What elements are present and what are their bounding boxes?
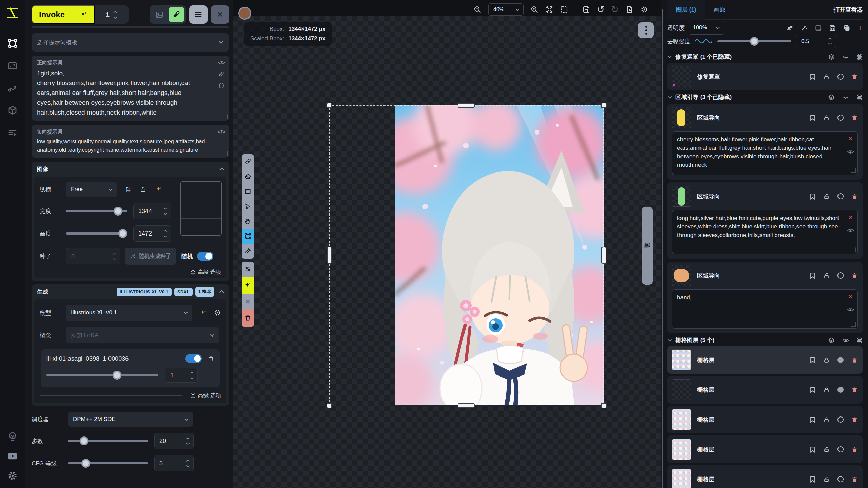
delete-layer-icon[interactable] — [851, 357, 858, 363]
bbox-handle-nw[interactable] — [327, 103, 332, 108]
shapes-icon[interactable] — [786, 24, 793, 32]
swap-dimensions-icon[interactable]: ⇅ — [125, 185, 131, 194]
resize-grip[interactable] — [851, 322, 856, 327]
duplicate-icon[interactable] — [843, 24, 850, 32]
regional-prompt-textarea[interactable]: hand, ✕</> — [672, 289, 858, 329]
bbox-handle-sw[interactable] — [327, 403, 332, 408]
random-seed-toggle[interactable] — [197, 252, 213, 261]
cfg-slider-thumb[interactable] — [81, 459, 90, 468]
denoise-slider[interactable] — [717, 40, 791, 42]
remove-prompt-icon[interactable]: ✕ — [848, 213, 853, 222]
bbox-handle-w[interactable] — [327, 247, 332, 264]
bookmark-icon[interactable] — [810, 272, 815, 279]
merge-visible-icon[interactable] — [856, 337, 863, 344]
chevron-up-icon[interactable] — [219, 167, 224, 171]
delete-layer-icon[interactable] — [851, 416, 858, 423]
link-icon[interactable] — [218, 71, 224, 77]
width-slider[interactable] — [66, 210, 127, 212]
visibility-dot-icon[interactable] — [837, 387, 844, 393]
brush-mode-icon[interactable] — [169, 7, 184, 22]
visibility-ring-icon[interactable] — [837, 74, 844, 80]
fit-view-icon[interactable] — [545, 5, 553, 14]
canvas-workspace[interactable]: 40% ↺ ↻ — [233, 0, 661, 488]
rail-queue-icon[interactable] — [5, 125, 20, 140]
delete-layer-icon[interactable] — [851, 74, 858, 80]
fit-bbox-icon[interactable] — [560, 5, 568, 14]
bookmark-icon[interactable] — [810, 446, 815, 453]
layers-stack-icon[interactable] — [828, 54, 835, 60]
remove-prompt-icon[interactable]: ✕ — [848, 292, 853, 301]
regional-prompt-textarea[interactable]: cherry blossoms,hair flower,pink flower,… — [672, 131, 858, 175]
eyedropper-tool-icon[interactable] — [242, 244, 254, 259]
bookmark-icon[interactable] — [810, 416, 815, 423]
canvas-settings-gear-icon[interactable] — [640, 6, 648, 13]
delete-layer-icon[interactable] — [851, 115, 858, 121]
bbox-handle-n[interactable] — [458, 103, 475, 108]
queue-count-stepper[interactable]: 1 — [95, 5, 129, 24]
new-layer-from-image-icon[interactable] — [626, 5, 634, 14]
randomize-seed-button[interactable]: 随机生成种子 — [125, 248, 176, 265]
steps-slider-thumb[interactable] — [80, 436, 88, 445]
delete-layer-icon[interactable] — [851, 446, 858, 453]
invoke-region-sparkle-icon[interactable] — [242, 277, 254, 294]
layer-row-inpaint[interactable]: 修复遮罩 — [667, 63, 863, 90]
positive-prompt-input[interactable]: 1girl,solo, cherry blossoms,hair flower,… — [37, 68, 196, 117]
undo-icon[interactable]: ↺ — [597, 5, 605, 14]
scheduler-select[interactable]: DPM++ 2M SDE — [68, 412, 193, 427]
expand-advanced-icon[interactable] — [191, 270, 195, 275]
visibility-ring-icon[interactable] — [837, 446, 844, 452]
visibility-dot-icon[interactable] — [837, 357, 844, 363]
denoise-stepper[interactable] — [824, 35, 836, 48]
gallery-panel-handle[interactable] — [642, 207, 653, 285]
generation-bbox[interactable] — [329, 105, 604, 405]
code-icon[interactable]: </> — [218, 129, 225, 135]
zoom-in-icon[interactable] — [530, 5, 538, 14]
regional-group-header[interactable]: 区域引导 (3 个已隐藏) — [667, 93, 863, 101]
lock-icon[interactable] — [823, 387, 830, 393]
layer-row-raster[interactable]: 栅格层 — [667, 465, 863, 488]
bbox-handle-se[interactable] — [601, 403, 607, 408]
rail-canvas-icon[interactable] — [5, 36, 20, 51]
zoom-out-icon[interactable] — [473, 5, 481, 14]
bookmark-icon[interactable] — [810, 193, 815, 200]
lora-enabled-toggle[interactable] — [185, 354, 202, 363]
width-slider-thumb[interactable] — [114, 207, 122, 216]
unlock-icon[interactable] — [823, 446, 830, 453]
save-layer-icon[interactable] — [829, 24, 836, 32]
bookmark-icon[interactable] — [810, 357, 815, 363]
eye-open-icon[interactable] — [842, 337, 849, 344]
lora-weight-stepper[interactable]: 1 — [165, 368, 198, 383]
support-lightbulb-icon[interactable] — [5, 429, 20, 444]
unlock-icon[interactable] — [823, 74, 830, 80]
tab-gallery[interactable]: 画廊 — [705, 0, 734, 20]
eye-closed-icon[interactable] — [842, 54, 849, 60]
resize-grip[interactable] — [851, 168, 856, 173]
raster-group-header[interactable]: 栅格图层 (5 个) — [667, 336, 863, 344]
visibility-ring-icon[interactable] — [837, 476, 844, 482]
model-settings-gear-icon[interactable] — [214, 309, 221, 316]
code-icon[interactable]: </> — [847, 148, 854, 156]
eye-closed-icon[interactable] — [842, 94, 849, 101]
bbox-tool-icon[interactable] — [242, 229, 254, 244]
regional-prompt-textarea[interactable]: long hair,silver hair,blue hair,cute,pur… — [672, 210, 858, 254]
invoke-button[interactable]: Invoke — [32, 5, 95, 24]
layers-stack-icon[interactable] — [828, 337, 835, 344]
negative-prompt-input[interactable]: low quality,worst quality,normal quality… — [37, 137, 206, 154]
bbox-handle-s[interactable] — [458, 403, 475, 408]
inpaint-group-header[interactable]: 修复遮罩 (1 个已隐藏) — [667, 53, 863, 61]
code-icon[interactable]: </> — [847, 226, 854, 235]
delete-layer-icon[interactable] — [851, 272, 858, 279]
unlock-icon[interactable] — [823, 115, 830, 121]
layer-row-raster[interactable]: 栅格层 — [667, 376, 863, 404]
merge-visible-icon[interactable] — [856, 94, 863, 101]
advanced-options-label[interactable]: 高级 选项 — [198, 392, 221, 399]
bookmark-icon[interactable] — [810, 74, 815, 80]
visibility-ring-icon[interactable] — [837, 416, 844, 423]
delete-layer-icon[interactable] — [851, 387, 858, 393]
add-lora-select[interactable]: 添加 LoRA — [66, 327, 219, 343]
prompt-template-select[interactable]: 选择提示词模板 — [32, 33, 229, 52]
rectangle-tool-icon[interactable] — [242, 184, 254, 199]
frame-icon[interactable] — [815, 24, 822, 32]
denoise-slider-thumb[interactable] — [750, 37, 759, 46]
seed-input[interactable]: 0 — [66, 248, 120, 264]
